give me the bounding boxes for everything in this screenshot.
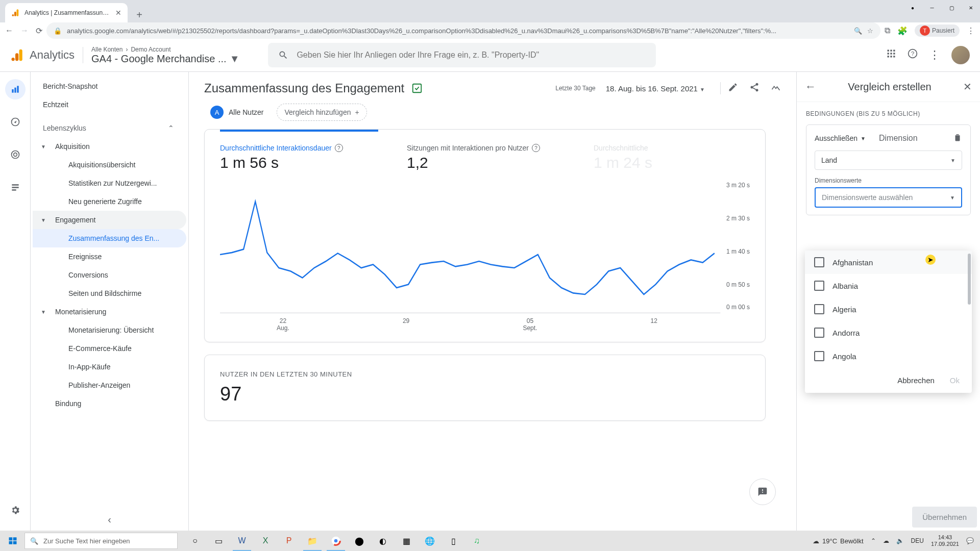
taskbar-obs[interactable]: ⬤ [348,531,371,551]
browser-tab[interactable]: Analytics | Zusammenfassung de ✕ [5,3,128,22]
metric-1[interactable]: Sitzungen mit Interaktionen pro Nutzer? … [391,130,578,177]
taskbar-weather[interactable]: ☁ 19°C Bewölkt [813,537,864,545]
sidebar-item-eng-3[interactable]: Seiten und Bildschirme [33,284,186,303]
taskbar-app3[interactable]: ▯ [442,531,464,551]
checkbox[interactable] [814,281,824,291]
feedback-button[interactable] [749,479,776,505]
rail-reports[interactable] [5,79,26,99]
dimension-select[interactable]: Land ▼ [815,151,962,170]
tab-close-icon[interactable]: ✕ [115,9,121,17]
segment-all-users[interactable]: A Alle Nutzer [204,104,270,121]
sidebar-item-eng-2[interactable]: Conversions [33,266,186,284]
star-icon[interactable]: ☆ [867,27,873,35]
sidebar-item-monetization[interactable]: ▼Monetarisierung [33,303,186,321]
metric-0[interactable]: Durchschnittliche Interaktionsdauer? 1 m… [205,130,391,177]
sidebar-item-mon-1[interactable]: E-Commerce-Käufe [33,339,186,358]
sidebar-item-eng-1[interactable]: Ereignisse [33,247,186,266]
dropdown-cancel-button[interactable]: Abbrechen [897,376,935,385]
taskbar-chrome[interactable] [325,531,347,551]
tray-clock[interactable]: 14:43 17.09.2021 [931,534,959,547]
tray-notifications-icon[interactable]: 💬 [966,537,974,544]
values-select[interactable]: Dimensionswerte auswählen ▼ [815,187,962,208]
tray-network-icon[interactable]: 🔈 [896,537,904,544]
ga-logo[interactable]: Analytics [10,47,75,63]
dropdown-item[interactable]: Andorra [805,321,972,344]
taskbar-explorer[interactable]: 📁 [301,531,324,551]
close-icon[interactable]: ✕ [963,81,972,93]
extensions-icon[interactable]: 🧩 [897,26,908,36]
rail-settings[interactable] [5,500,26,520]
date-range-picker[interactable]: 18. Aug. bis 16. Sept. 2021 ▼ [606,84,705,93]
tray-chevron-icon[interactable]: ⌃ [871,537,876,544]
ga-search[interactable] [268,43,656,67]
rail-explore[interactable] [5,112,26,132]
checkbox[interactable] [814,304,824,314]
zoom-icon[interactable]: 🔍 [854,27,862,35]
url-field[interactable]: 🔒 analytics.google.com/analytics/web/#/p… [46,22,880,39]
profile-badge[interactable]: T Pausiert [915,24,960,37]
sidebar-item-acq-2[interactable]: Neu generierte Zugriffe [33,192,186,211]
start-button[interactable] [2,531,23,551]
help-icon[interactable]: ? [335,144,343,152]
insights-icon[interactable] [771,82,781,94]
kebab-icon[interactable]: ⋮ [967,26,975,36]
search-input[interactable] [297,51,646,60]
checkbox[interactable] [814,328,824,338]
taskbar-spotify[interactable]: ♫ [465,531,488,551]
new-tab-button[interactable]: + [132,7,147,22]
help-icon[interactable]: ? [532,144,540,152]
sidebar-item-acquisition[interactable]: ▼Akquisition [33,137,186,156]
sidebar-item-acq-0[interactable]: Akquisitionsübersicht [33,156,186,174]
taskbar-powerpoint[interactable]: P [278,531,300,551]
rail-advertising[interactable] [5,144,26,165]
taskbar-edge[interactable]: 🌐 [419,531,441,551]
minimize-button[interactable]: ─ [923,0,941,15]
account-dot-icon[interactable]: ● [903,0,922,15]
tray-language[interactable]: DEU [911,537,924,544]
sidebar-section-lifecycle[interactable]: Lebenszyklus⌃ [33,119,186,137]
dropdown-item[interactable]: Afghanistan [805,251,972,274]
forward-button[interactable]: → [20,26,29,36]
sidebar-item-snapshot[interactable]: Bericht-Snapshot [33,77,186,95]
checkbox[interactable] [814,257,824,267]
maximize-button[interactable]: ▢ [942,0,961,15]
reload-button[interactable]: ⟳ [36,26,42,36]
help-icon[interactable]: ? [908,48,918,62]
taskbar-word[interactable]: W [231,531,253,551]
tray-onedrive-icon[interactable]: ☁ [883,537,889,544]
checkbox[interactable] [814,351,824,361]
cast-icon[interactable]: ⧉ [885,26,890,35]
dropdown-ok-button[interactable]: Ok [950,376,960,385]
apply-button[interactable]: Übernehmen [912,507,977,528]
taskbar-app1[interactable]: ◐ [372,531,394,551]
delete-condition-icon[interactable] [953,132,962,144]
add-comparison-button[interactable]: Vergleich hinzufügen + [277,104,366,121]
taskbar-search[interactable]: 🔍 Zur Suche Text hier eingeben [24,533,178,549]
dropdown-item[interactable]: Algeria [805,297,972,321]
taskbar-cortana[interactable]: ○ [184,531,206,551]
taskbar-taskview[interactable]: ▭ [207,531,230,551]
sidebar-item-mon-3[interactable]: Publisher-Anzeigen [33,376,186,394]
sidebar-item-mon-0[interactable]: Monetarisierung: Übersicht [33,321,186,339]
metric-2[interactable]: Durchschnittliche 1 m 24 s [578,130,765,177]
share-icon[interactable] [749,82,760,94]
edit-icon[interactable] [728,82,738,94]
dropdown-item[interactable]: Albania [805,274,972,297]
sidebar-item-eng-0[interactable]: Zusammenfassung des En... [33,229,186,247]
dropdown-item[interactable]: Angola [805,344,972,368]
sidebar-item-retention[interactable]: Bindung [33,394,186,413]
scrollbar[interactable] [968,254,971,305]
close-window-button[interactable]: ✕ [962,0,980,15]
apps-icon[interactable] [886,48,896,62]
sidebar-item-engagement[interactable]: ▼Engagement [33,211,186,229]
sidebar-item-mon-2[interactable]: In-App-Käufe [33,358,186,376]
back-button[interactable]: ← [5,26,13,36]
back-icon[interactable]: ← [805,80,816,93]
kebab-icon[interactable]: ⋮ [929,48,940,62]
sidebar-collapse-button[interactable]: ‹ [108,514,111,525]
taskbar-excel[interactable]: X [254,531,277,551]
user-avatar[interactable] [951,46,970,64]
rail-configure[interactable] [5,177,26,197]
taskbar-app2[interactable]: ▦ [395,531,418,551]
sidebar-item-realtime[interactable]: Echtzeit [33,95,186,114]
